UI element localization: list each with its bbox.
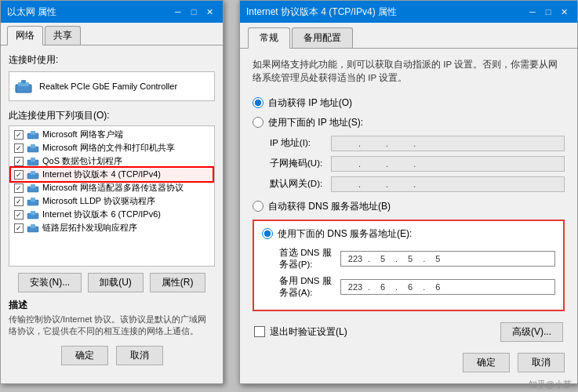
tcp-maximize-btn[interactable]: □ (541, 5, 555, 19)
subnet-label: 子网掩码(U): (270, 158, 326, 169)
svg-rect-16 (31, 211, 35, 215)
eth-titlebar: 以太网 属性 ─ □ ✕ (1, 1, 223, 23)
items-label: 此连接使用下列项目(O): (9, 109, 215, 122)
checkbox-5[interactable] (14, 197, 24, 206)
preferred-dns-seg-4[interactable] (427, 254, 449, 263)
auto-ip-row: 自动获得 IP 地址(O) (253, 96, 565, 110)
gateway-input[interactable]: . . . (331, 176, 565, 192)
network-adapter-icon (14, 78, 33, 94)
description-title: 描述 (9, 299, 215, 312)
tcp-tab-general[interactable]: 常规 (248, 27, 290, 49)
manual-ip-radio[interactable] (253, 117, 264, 128)
eth-cancel-btn[interactable]: 取消 (116, 346, 163, 365)
preferred-dns-seg-2[interactable] (372, 254, 394, 263)
preferred-dns-row: 首选 DNS 服务器(P): . . . (279, 247, 555, 270)
exit-validate-row: 退出时验证设置(L) (254, 325, 347, 339)
svg-rect-2 (21, 80, 26, 83)
subnet-seg-3[interactable] (390, 159, 412, 169)
list-item-0[interactable]: Microsoft 网络客户端 (11, 128, 213, 141)
description-text: 传输控制协议/Internet 协议。该协议是默认的广域网络协议，它提供在不同的… (9, 314, 215, 338)
gateway-seg-1[interactable] (335, 180, 357, 189)
subnet-seg-4[interactable] (417, 159, 439, 169)
tcp-minimize-btn[interactable]: ─ (525, 5, 540, 19)
alternate-dns-row: 备用 DNS 服务器(A): . . . (279, 275, 555, 299)
list-item-1[interactable]: Microsoft 网络的文件和打印机共享 (11, 141, 213, 154)
item-buttons: 安装(N)... 卸载(U) 属性(R) (9, 273, 215, 292)
gateway-seg-3[interactable] (390, 180, 412, 189)
subnet-seg-1[interactable] (335, 159, 357, 169)
svg-rect-6 (31, 144, 35, 148)
checkbox-1[interactable] (14, 143, 24, 153)
auto-ip-radio[interactable] (253, 97, 264, 108)
auto-dns-radio[interactable] (253, 201, 264, 212)
eth-window: 以太网 属性 ─ □ ✕ 网络 共享 连接时使用: Realtek PCIe G… (0, 0, 224, 384)
gateway-seg-2[interactable] (362, 180, 384, 189)
alternate-dns-input[interactable]: . . . (340, 279, 555, 295)
alternate-dns-seg-2[interactable] (372, 282, 394, 292)
connection-box: Realtek PCIe GbE Family Controller (9, 71, 215, 101)
eth-minimize-btn[interactable]: ─ (171, 5, 185, 19)
checkbox-7[interactable] (14, 223, 24, 233)
manual-dns-radio[interactable] (262, 228, 273, 239)
list-item-6[interactable]: Internet 协议版本 6 (TCP/IPv6) (11, 208, 213, 221)
ip-seg-4[interactable] (417, 139, 439, 148)
list-item-4[interactable]: Microsoft 网络适配器多路传送器协议 (11, 181, 213, 194)
preferred-dns-seg-3[interactable] (399, 254, 421, 263)
alternate-dns-seg-1[interactable] (344, 282, 366, 292)
eth-confirm-row: 确定 取消 (9, 346, 215, 365)
gateway-seg-4[interactable] (417, 180, 439, 189)
net-icon-6 (27, 210, 39, 220)
advanced-btn[interactable]: 高级(V)... (500, 322, 563, 342)
net-icon-4 (27, 183, 39, 193)
preferred-dns-input[interactable]: . . . (340, 251, 555, 267)
tcp-tab-alternate[interactable]: 备用配置 (292, 27, 353, 48)
list-item-3[interactable]: Internet 协议版本 4 (TCP/IPv4) (11, 168, 213, 181)
subnet-seg-2[interactable] (362, 159, 384, 169)
tcp-bottom-row: 退出时验证设置(L) 高级(V)... (253, 322, 565, 342)
items-list-box[interactable]: Microsoft 网络客户端 Microsoft 网络的文件和打印机共享 Qo… (9, 125, 215, 267)
manual-dns-row: 使用下面的 DNS 服务器地址(E): (262, 227, 555, 241)
eth-maximize-btn[interactable]: □ (187, 5, 201, 19)
ip-fields-group: IP 地址(I): . . . 子网掩码(U): . . (270, 136, 565, 192)
checkbox-4[interactable] (14, 183, 24, 193)
install-btn[interactable]: 安装(N)... (18, 273, 82, 292)
tcp-description: 如果网络支持此功能，则可以获取自动指派的 IP 设置。否则，你需要从网络系统管理… (253, 58, 565, 85)
properties-btn[interactable]: 属性(R) (150, 273, 205, 292)
ip-seg-2[interactable] (362, 139, 384, 148)
list-item-2[interactable]: QoS 数据包计划程序 (11, 154, 213, 168)
alternate-dns-seg-4[interactable] (427, 282, 449, 292)
manual-dns-label: 使用下面的 DNS 服务器地址(E): (278, 227, 412, 241)
alternate-dns-seg-3[interactable] (399, 282, 421, 292)
watermark: 知乎@小芽 (529, 379, 572, 390)
tcp-title: Internet 协议版本 4 (TCP/IPv4) 属性 (246, 5, 397, 19)
dns-section: 自动获得 DNS 服务器地址(B) 使用下面的 DNS 服务器地址(E): 首选… (253, 200, 565, 311)
preferred-dns-seg-1[interactable] (344, 254, 366, 263)
net-icon-1 (27, 143, 39, 153)
net-icon-2 (27, 157, 39, 166)
list-item-label-0: Microsoft 网络客户端 (42, 129, 123, 140)
svg-rect-4 (31, 131, 35, 135)
svg-rect-8 (31, 158, 35, 162)
checkbox-2[interactable] (14, 157, 24, 166)
svg-rect-14 (31, 198, 35, 201)
subnet-input[interactable]: . . . (331, 156, 565, 172)
list-item-5[interactable]: Microsoft LLDP 协议驱动程序 (11, 194, 213, 208)
eth-tab-network[interactable]: 网络 (7, 26, 43, 45)
tcp-ok-btn[interactable]: 确定 (463, 353, 510, 372)
ip-address-row: IP 地址(I): . . . (270, 136, 565, 151)
eth-tab-share[interactable]: 共享 (45, 26, 81, 45)
uninstall-btn[interactable]: 卸载(U) (88, 273, 144, 292)
tcp-close-btn[interactable]: ✕ (557, 5, 571, 19)
checkbox-6[interactable] (14, 210, 24, 220)
exit-validate-checkbox[interactable] (254, 326, 265, 337)
list-item-7[interactable]: 链路层拓扑发现响应程序 (11, 221, 213, 234)
description-box: 描述 传输控制协议/Internet 协议。该协议是默认的广域网络协议，它提供在… (9, 299, 215, 338)
tcp-cancel-btn[interactable]: 取消 (518, 353, 565, 372)
ip-address-input[interactable]: . . . (331, 136, 565, 151)
eth-ok-btn[interactable]: 确定 (61, 346, 108, 365)
ip-seg-3[interactable] (390, 139, 412, 148)
ip-seg-1[interactable] (335, 139, 357, 148)
checkbox-3[interactable] (14, 170, 24, 180)
eth-close-btn[interactable]: ✕ (202, 5, 216, 19)
checkbox-0[interactable] (14, 130, 24, 140)
